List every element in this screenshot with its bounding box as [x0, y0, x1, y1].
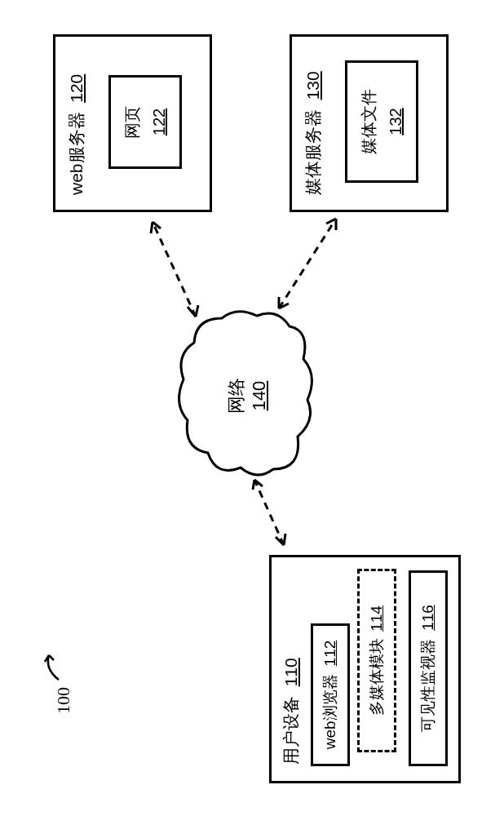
media-server-title: 媒体服务器 — [303, 109, 322, 195]
media-server-box: 媒体服务器 130 媒体文件 132 — [290, 34, 449, 212]
arrow-network-to-mediaserver — [269, 208, 347, 318]
user-device-box: 用户设备 110 web浏览器 112 多媒体模块 114 可见性监视器 116 — [269, 555, 461, 783]
web-browser-box: web浏览器 112 — [311, 623, 350, 766]
media-file-box: 媒体文件 132 — [345, 60, 418, 183]
webpage-title: 网页 — [122, 106, 144, 139]
web-server-ref: 120 — [67, 74, 86, 103]
arrow-user-to-network — [245, 465, 294, 555]
media-server-ref: 130 — [303, 71, 322, 100]
multimedia-title: 多媒体模块 — [366, 638, 387, 716]
user-device-ref: 110 — [281, 658, 300, 686]
web-browser-title: web浏览器 — [320, 674, 341, 749]
user-device-label: 用户设备 110 — [280, 658, 303, 765]
multimedia-module-box: 多媒体模块 114 — [357, 569, 396, 752]
webpage-box: 网页 122 — [108, 75, 182, 169]
media-server-label: 媒体服务器 130 — [302, 71, 325, 195]
media-file-ref: 132 — [387, 108, 405, 135]
network-label: 网络 140 — [224, 367, 270, 424]
svg-line-0 — [254, 480, 284, 545]
figure-ref: 100 — [53, 687, 74, 714]
system-diagram: 100 用户设备 110 web浏览器 112 多媒体模块 114 可见性监视器 — [0, 156, 504, 660]
arrow-network-to-webserver — [143, 208, 208, 326]
media-file-title: 媒体文件 — [358, 89, 380, 154]
web-server-box: web服务器 120 网页 122 — [53, 34, 212, 212]
network-title: 网络 — [224, 367, 249, 424]
web-server-title: web服务器 — [67, 112, 86, 195]
figure-ref-arrow — [41, 649, 65, 681]
monitor-ref: 116 — [419, 605, 437, 631]
visibility-monitor-box: 可见性监视器 116 — [409, 570, 448, 766]
network-ref: 140 — [249, 367, 270, 424]
webpage-ref: 122 — [150, 109, 169, 135]
web-server-label: web服务器 120 — [65, 74, 88, 195]
workspace: 100 用户设备 110 web浏览器 112 多媒体模块 114 可见性监视器 — [0, 0, 504, 816]
user-device-title: 用户设备 — [281, 696, 300, 765]
monitor-title: 可见性监视器 — [418, 639, 439, 732]
web-browser-ref: 112 — [321, 641, 339, 667]
svg-line-1 — [153, 222, 196, 317]
multimedia-ref: 114 — [368, 605, 386, 632]
svg-line-2 — [279, 219, 336, 308]
